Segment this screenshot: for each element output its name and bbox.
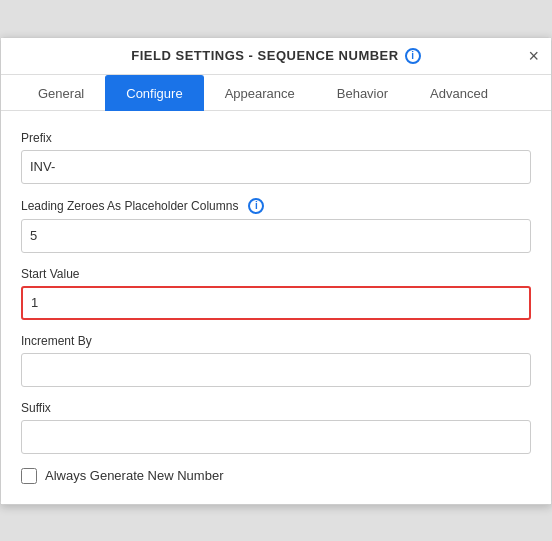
suffix-input[interactable] — [21, 420, 531, 454]
tab-general[interactable]: General — [17, 75, 105, 111]
info-icon[interactable]: i — [405, 48, 421, 64]
modal-body: Prefix Leading Zeroes As Placeholder Col… — [1, 111, 551, 504]
checkbox-label[interactable]: Always Generate New Number — [45, 468, 223, 483]
field-settings-modal: FIELD SETTINGS - SEQUENCE NUMBER i × Gen… — [0, 37, 552, 505]
prefix-label: Prefix — [21, 131, 531, 145]
leading-zeroes-info-icon[interactable]: i — [248, 198, 264, 214]
start-value-label: Start Value — [21, 267, 531, 281]
tab-behavior[interactable]: Behavior — [316, 75, 409, 111]
tab-advanced[interactable]: Advanced — [409, 75, 509, 111]
checkbox-row: Always Generate New Number — [21, 468, 531, 484]
modal-title: FIELD SETTINGS - SEQUENCE NUMBER — [131, 48, 398, 63]
leading-zeroes-group: Leading Zeroes As Placeholder Columns i — [21, 198, 531, 253]
increment-by-input[interactable] — [21, 353, 531, 387]
always-generate-checkbox[interactable] — [21, 468, 37, 484]
prefix-group: Prefix — [21, 131, 531, 184]
suffix-label: Suffix — [21, 401, 531, 415]
prefix-input[interactable] — [21, 150, 531, 184]
start-value-input[interactable] — [21, 286, 531, 320]
modal-header: FIELD SETTINGS - SEQUENCE NUMBER i × — [1, 38, 551, 75]
tab-appearance[interactable]: Appearance — [204, 75, 316, 111]
suffix-group: Suffix — [21, 401, 531, 454]
increment-by-group: Increment By — [21, 334, 531, 387]
leading-zeroes-input[interactable] — [21, 219, 531, 253]
tabs-bar: General Configure Appearance Behavior Ad… — [1, 75, 551, 111]
increment-by-label: Increment By — [21, 334, 531, 348]
close-button[interactable]: × — [528, 47, 539, 65]
leading-zeroes-label: Leading Zeroes As Placeholder Columns i — [21, 198, 531, 214]
start-value-group: Start Value — [21, 267, 531, 320]
tab-configure[interactable]: Configure — [105, 75, 203, 111]
